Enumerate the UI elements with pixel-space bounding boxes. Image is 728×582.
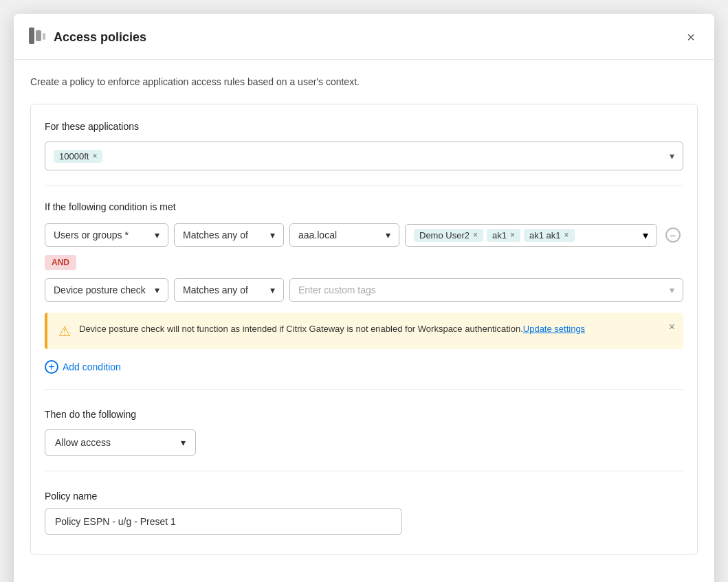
users-groups-chevron-icon: ▾ bbox=[155, 230, 159, 240]
action-value: Allow access bbox=[55, 437, 111, 448]
modal-header: Access policies × bbox=[14, 14, 714, 60]
svg-rect-2 bbox=[43, 33, 45, 40]
remove-ak1[interactable]: × bbox=[510, 231, 515, 239]
custom-tags-placeholder: Enter custom tags bbox=[298, 284, 376, 295]
divider-2 bbox=[45, 389, 683, 390]
main-card: For these applications 10000ft × ▾ If th… bbox=[30, 104, 698, 555]
update-settings-link[interactable]: Update settings bbox=[523, 324, 585, 334]
svg-rect-1 bbox=[36, 30, 41, 41]
action-label: Then do the following bbox=[45, 409, 683, 420]
user-tag-ak1-ak1-label: ak1 ak1 bbox=[529, 230, 561, 240]
users-groups-select[interactable]: Users or groups * ▾ bbox=[45, 223, 168, 247]
and-badge: AND bbox=[45, 255, 76, 270]
condition-row-1: Users or groups * ▾ Matches any of ▾ aaa… bbox=[45, 223, 683, 247]
domain-select[interactable]: aaa.local ▾ bbox=[289, 223, 399, 247]
add-condition-label: Add condition bbox=[63, 361, 121, 372]
remove-ak1-ak1[interactable]: × bbox=[564, 231, 569, 239]
divider-3 bbox=[45, 471, 683, 471]
row1-operator-label: Matches any of bbox=[183, 230, 248, 240]
action-select[interactable]: Allow access ▾ bbox=[45, 429, 196, 456]
modal-subtitle: Create a policy to enforce application a… bbox=[30, 76, 698, 87]
policy-name-input[interactable] bbox=[45, 508, 402, 535]
access-policies-modal: Access policies × Create a policy to enf… bbox=[14, 14, 714, 582]
policy-name-label: Policy name bbox=[45, 491, 683, 502]
user-tag-ak1-label: ak1 bbox=[492, 230, 507, 240]
modal-body: Create a policy to enforce application a… bbox=[14, 60, 714, 571]
custom-tags-chevron-icon: ▾ bbox=[670, 284, 674, 295]
users-groups-label: Users or groups * bbox=[54, 230, 129, 240]
warning-icon: ⚠ bbox=[58, 323, 71, 339]
warning-box: ⚠ Device posture check will not function… bbox=[45, 313, 683, 349]
logo-icon bbox=[27, 26, 47, 48]
add-condition-button[interactable]: + Add condition bbox=[45, 360, 121, 374]
app-tag-10000ft: 10000ft × bbox=[54, 150, 102, 163]
divider-1 bbox=[45, 186, 683, 186]
svg-rect-0 bbox=[29, 27, 34, 44]
user-tag-demo-user2: Demo User2 × bbox=[414, 229, 483, 242]
applications-section: For these applications 10000ft × ▾ bbox=[45, 121, 683, 170]
applications-select[interactable]: 10000ft × ▾ bbox=[45, 142, 683, 170]
users-tags-chevron-icon: ▾ bbox=[643, 229, 648, 242]
device-posture-label: Device posture check bbox=[54, 284, 146, 295]
conditions-section: If the following condition is met Users … bbox=[45, 201, 683, 374]
policy-name-section: Policy name bbox=[45, 491, 683, 535]
condition-row-2: Device posture check ▾ Matches any of ▾ … bbox=[45, 278, 683, 302]
warning-close-button[interactable]: × bbox=[669, 321, 675, 333]
user-tag-ak1-ak1: ak1 ak1 × bbox=[524, 229, 575, 242]
applications-chevron-icon: ▾ bbox=[670, 150, 674, 161]
users-tags-select[interactable]: Demo User2 × ak1 × ak1 ak1 × bbox=[405, 224, 657, 247]
action-section: Then do the following Allow access ▾ bbox=[45, 409, 683, 456]
add-condition-icon: + bbox=[45, 360, 58, 374]
close-button[interactable]: × bbox=[684, 27, 698, 47]
remove-demo-user2[interactable]: × bbox=[473, 231, 478, 239]
row2-operator-chevron-icon: ▾ bbox=[270, 284, 275, 295]
domain-chevron-icon: ▾ bbox=[386, 230, 390, 240]
custom-tags-select[interactable]: Enter custom tags ▾ bbox=[289, 278, 683, 302]
domain-label: aaa.local bbox=[298, 230, 337, 240]
app-tag-remove[interactable]: × bbox=[92, 152, 97, 160]
user-tag-ak1: ak1 × bbox=[487, 229, 520, 242]
row1-operator-select[interactable]: Matches any of ▾ bbox=[174, 223, 284, 247]
header-left: Access policies bbox=[27, 26, 146, 48]
remove-condition-row1-button[interactable]: − bbox=[663, 227, 683, 243]
warning-text: Device posture check will not function a… bbox=[79, 322, 585, 336]
users-tags-list: Demo User2 × ak1 × ak1 ak1 × bbox=[414, 229, 575, 242]
row1-operator-chevron-icon: ▾ bbox=[270, 230, 275, 240]
minus-icon: − bbox=[665, 227, 681, 243]
app-tag-label: 10000ft bbox=[59, 151, 89, 161]
modal-title: Access policies bbox=[54, 30, 146, 45]
app-tags-container: 10000ft × bbox=[54, 150, 102, 163]
row2-operator-label: Matches any of bbox=[183, 284, 248, 295]
row2-operator-select[interactable]: Matches any of ▾ bbox=[174, 278, 284, 302]
applications-label: For these applications bbox=[45, 121, 683, 132]
action-chevron-icon: ▾ bbox=[181, 437, 186, 448]
device-posture-select[interactable]: Device posture check ▾ bbox=[45, 278, 168, 302]
user-tag-demo-user2-label: Demo User2 bbox=[419, 230, 470, 240]
device-posture-chevron-icon: ▾ bbox=[155, 284, 159, 295]
conditions-label: If the following condition is met bbox=[45, 201, 683, 212]
warning-message: Device posture check will not function a… bbox=[79, 324, 523, 334]
